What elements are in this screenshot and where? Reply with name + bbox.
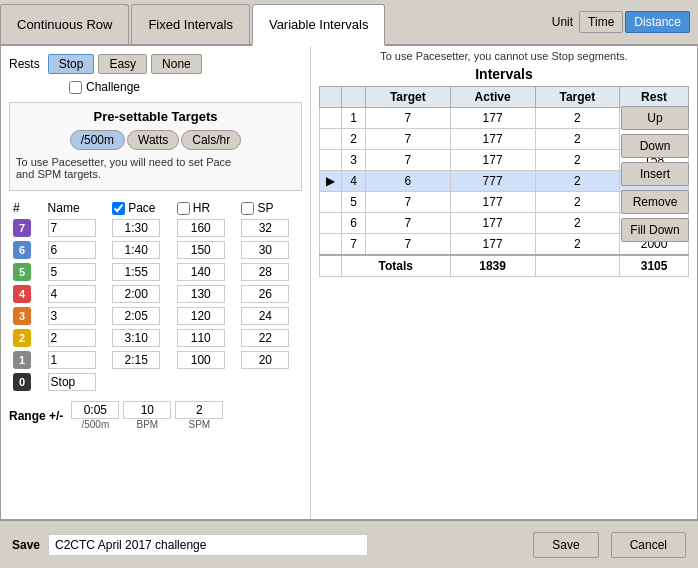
targets-pace-input[interactable] xyxy=(112,351,160,369)
presettable-note: To use Pacesetter, you will need to set … xyxy=(16,156,295,180)
targets-hr-input[interactable] xyxy=(177,263,225,281)
unit-group: Unit Time Distance xyxy=(552,0,698,44)
targets-hr-cell xyxy=(173,349,238,371)
targets-pace-input[interactable] xyxy=(112,329,160,347)
targets-sp-input[interactable] xyxy=(241,307,289,325)
tab-continuous-row[interactable]: Continuous Row xyxy=(0,4,129,44)
interval-target2: 2 xyxy=(535,171,620,192)
targets-name-cell xyxy=(44,371,109,393)
targets-hr-input[interactable] xyxy=(177,219,225,237)
targets-pace-input[interactable] xyxy=(112,241,160,259)
targets-hr-input[interactable] xyxy=(177,307,225,325)
save-button[interactable]: Save xyxy=(533,532,598,558)
targets-row: 6 xyxy=(9,239,302,261)
targets-name-input[interactable] xyxy=(48,329,96,347)
rests-none-button[interactable]: None xyxy=(151,54,202,74)
challenge-checkbox[interactable] xyxy=(69,81,82,94)
targets-pace-input[interactable] xyxy=(112,307,160,325)
targets-sp-input[interactable] xyxy=(241,351,289,369)
insert-button[interactable]: Insert xyxy=(621,162,689,186)
sp-checkbox[interactable] xyxy=(241,202,254,215)
targets-hr-cell xyxy=(173,261,238,283)
targets-hr-cell xyxy=(173,305,238,327)
targets-name-input[interactable] xyxy=(48,263,96,281)
targets-hr-input[interactable] xyxy=(177,285,225,303)
interval-target1: 7 xyxy=(366,192,451,213)
targets-pace-cell xyxy=(108,349,173,371)
arrow-cell: ▶ xyxy=(320,171,342,192)
targets-row: 7 xyxy=(9,217,302,239)
up-button[interactable]: Up xyxy=(621,106,689,130)
targets-name-cell xyxy=(44,305,109,327)
targets-name-input[interactable] xyxy=(48,285,96,303)
color-badge: 7 xyxy=(13,219,31,237)
targets-hr-input[interactable] xyxy=(177,329,225,347)
targets-name-input[interactable] xyxy=(48,219,96,237)
targets-name-input[interactable] xyxy=(48,307,96,325)
fill-down-button[interactable]: Fill Down xyxy=(621,218,689,242)
targets-name-input[interactable] xyxy=(48,351,96,369)
col-arrow xyxy=(320,87,342,108)
pace-checkbox[interactable] xyxy=(112,202,125,215)
col-rest: Rest xyxy=(620,87,689,108)
totals-rest: 3105 xyxy=(620,255,689,277)
preset-500m-btn[interactable]: /500m xyxy=(70,130,125,150)
targets-hr-cell xyxy=(173,217,238,239)
interval-num: 1 xyxy=(342,108,366,129)
interval-num: 4 xyxy=(342,171,366,192)
save-input[interactable] xyxy=(48,534,368,556)
targets-name-input[interactable] xyxy=(48,241,96,259)
color-badge: 2 xyxy=(13,329,31,347)
targets-sp-cell xyxy=(237,327,302,349)
targets-pace-input[interactable] xyxy=(112,263,160,281)
range-sp-input[interactable] xyxy=(175,401,223,419)
targets-name-cell xyxy=(44,283,109,305)
down-button[interactable]: Down xyxy=(621,134,689,158)
rests-stop-button[interactable]: Stop xyxy=(48,54,95,74)
hr-checkbox[interactable] xyxy=(177,202,190,215)
preset-calshr-btn[interactable]: Cals/hr xyxy=(181,130,241,150)
rests-row: Rests Stop Easy None xyxy=(9,54,302,74)
targets-table: # Name Pace HR xyxy=(9,199,302,393)
targets-hr-input[interactable] xyxy=(177,241,225,259)
targets-sp-input[interactable] xyxy=(241,219,289,237)
targets-name-cell xyxy=(44,217,109,239)
targets-sp-input[interactable] xyxy=(241,329,289,347)
time-button[interactable]: Time xyxy=(579,11,623,33)
targets-sp-input[interactable] xyxy=(241,285,289,303)
targets-sp-input[interactable] xyxy=(241,263,289,281)
targets-sp-input[interactable] xyxy=(241,241,289,259)
targets-pace-input[interactable] xyxy=(112,219,160,237)
interval-active: 177 xyxy=(450,213,535,234)
left-panel: Rests Stop Easy None Challenge Pre-setta… xyxy=(1,46,311,519)
targets-row: 4 xyxy=(9,283,302,305)
preset-watts-btn[interactable]: Watts xyxy=(127,130,179,150)
save-label: Save xyxy=(12,538,40,552)
range-hr-input[interactable] xyxy=(123,401,171,419)
tab-variable-intervals[interactable]: Variable Intervals xyxy=(252,4,385,46)
hr-label: HR xyxy=(193,201,210,215)
interval-target2: 2 xyxy=(535,213,620,234)
interval-active: 777 xyxy=(450,171,535,192)
distance-button[interactable]: Distance xyxy=(625,11,690,33)
color-badge: 5 xyxy=(13,263,31,281)
rests-easy-button[interactable]: Easy xyxy=(98,54,147,74)
targets-pace-cell xyxy=(108,261,173,283)
totals-arrow xyxy=(320,255,342,277)
remove-button[interactable]: Remove xyxy=(621,190,689,214)
range-sp-unit: SPM xyxy=(189,419,211,430)
targets-sp-cell xyxy=(237,283,302,305)
tab-fixed-intervals[interactable]: Fixed Intervals xyxy=(131,4,250,44)
targets-pace-input[interactable] xyxy=(112,285,160,303)
targets-name-input[interactable] xyxy=(48,373,96,391)
intervals-title: Intervals xyxy=(319,66,689,82)
targets-pace-cell xyxy=(108,283,173,305)
cancel-button[interactable]: Cancel xyxy=(611,532,686,558)
range-pace-input[interactable] xyxy=(71,401,119,419)
targets-badge-cell: 0 xyxy=(9,371,44,393)
challenge-label: Challenge xyxy=(86,80,140,94)
targets-row: 2 xyxy=(9,327,302,349)
unit-label: Unit xyxy=(552,15,573,29)
targets-hr-input[interactable] xyxy=(177,351,225,369)
challenge-row: Challenge xyxy=(69,80,302,94)
